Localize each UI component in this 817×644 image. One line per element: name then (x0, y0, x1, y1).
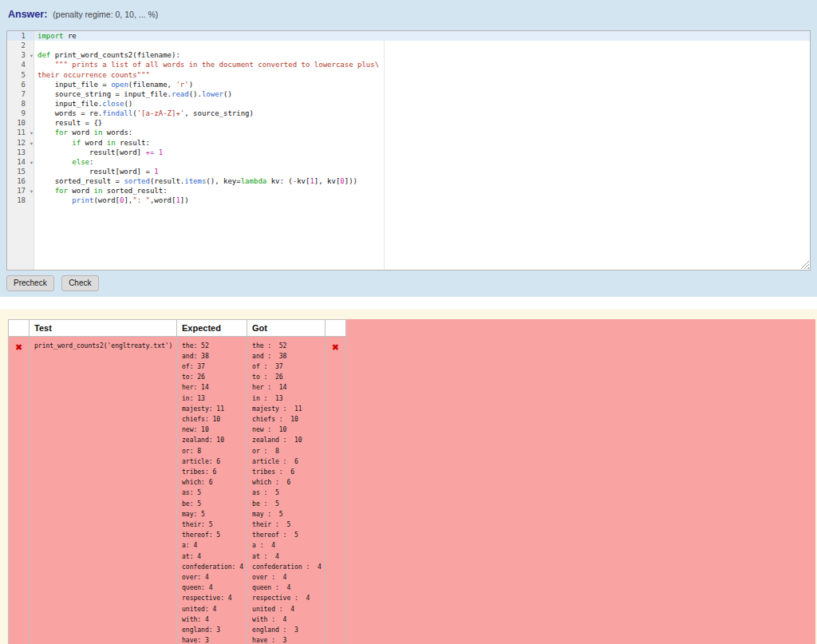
got-output-cell: the : 52 and : 38 of : 37 to : 26 her : … (247, 336, 326, 644)
code-line[interactable]: input_file = open(filename, 'r') (34, 80, 810, 89)
column-header-expected: Expected (177, 319, 247, 336)
gutter-line-number[interactable]: 8 (7, 99, 34, 109)
test-outcome-panel: Test Expected Got ✖ print_word_counts2('… (0, 309, 817, 644)
code-line[interactable]: """ prints a list of all words in the do… (34, 60, 810, 69)
fail-mark-icon: ✖ (325, 336, 345, 644)
test-result-row: ✖ print_word_counts2('engltreaty.txt') t… (9, 336, 346, 644)
section-divider (0, 297, 817, 309)
code-line[interactable]: result = {} (34, 118, 810, 128)
gutter-line-number[interactable]: 2 (7, 41, 34, 50)
column-header-blank-left (9, 319, 30, 336)
column-header-got: Got (247, 319, 326, 336)
gutter-line-number[interactable]: 1 (7, 31, 34, 41)
answer-header: Answer:(penalty regime: 0, 10, ... %) (8, 8, 809, 20)
answer-label: Answer: (8, 9, 47, 20)
test-results-table: Test Expected Got ✖ print_word_counts2('… (8, 319, 346, 644)
code-line[interactable]: sorted_result = sorted(result.items(), k… (34, 176, 810, 186)
code-line[interactable]: if word in result: (34, 138, 810, 148)
code-line[interactable]: words = re.findall('[a-zA-Z]+', source_s… (34, 109, 810, 118)
gutter-line-number[interactable]: 14▾ (7, 157, 34, 167)
code-line[interactable]: result[word] += 1 (34, 148, 810, 157)
test-results-fail-area: Test Expected Got ✖ print_word_counts2('… (8, 319, 815, 644)
gutter-line-number[interactable]: 16 (7, 176, 34, 186)
code-line[interactable]: import re (34, 31, 810, 41)
gutter-line-number[interactable]: 18 (7, 196, 34, 205)
code-line[interactable] (34, 41, 810, 50)
code-line[interactable]: for word in sorted_result: (34, 186, 810, 196)
code-line[interactable]: for word in words: (34, 128, 810, 137)
gutter-line-number[interactable]: 5 (7, 70, 34, 80)
gutter-line-number[interactable]: 6 (7, 80, 34, 89)
code-line[interactable]: print(word[0],": ",word[1]) (34, 196, 810, 205)
code-line[interactable]: result[word] = 1 (34, 167, 810, 176)
gutter-line-number[interactable]: 11▾ (7, 128, 34, 137)
gutter-line-number[interactable]: 7 (7, 89, 34, 99)
column-header-blank-right (325, 319, 345, 336)
gutter-line-number[interactable]: 10 (7, 118, 34, 128)
expected-output-cell: the: 52 and: 38 of: 37 to: 26 her: 14 in… (177, 336, 247, 644)
editor-content[interactable]: import re def print_word_counts2(filenam… (34, 31, 810, 270)
code-line[interactable]: def print_word_counts2(filename): (34, 50, 810, 60)
test-code-cell: print_word_counts2('engltreaty.txt') (30, 336, 177, 644)
code-line[interactable]: input_file.close() (34, 99, 810, 109)
code-line[interactable]: source_string = input_file.read().lower(… (34, 89, 810, 99)
gutter-line-number[interactable]: 17▾ (7, 186, 34, 196)
gutter-line-number[interactable]: 15 (7, 167, 34, 176)
gutter-line-number[interactable]: 3▾ (7, 50, 34, 60)
column-header-test: Test (30, 319, 177, 336)
gutter-line-number[interactable]: 9 (7, 109, 34, 118)
question-formulation: Answer:(penalty regime: 0, 10, ... %) 12… (0, 0, 817, 297)
code-editor[interactable]: 123▾4567891011▾12▾1314▾151617▾18 import … (6, 30, 811, 271)
code-line[interactable]: their occurrence counts""" (34, 70, 810, 80)
submit-controls: Precheck Check (6, 275, 811, 291)
editor-gutter: 123▾4567891011▾12▾1314▾151617▾18 (7, 31, 34, 270)
gutter-line-number[interactable]: 4 (7, 60, 34, 69)
results-header-row: Test Expected Got (9, 319, 346, 336)
gutter-line-number[interactable]: 12▾ (7, 138, 34, 148)
precheck-button[interactable]: Precheck (6, 275, 54, 291)
fail-mark-icon: ✖ (9, 336, 30, 644)
gutter-line-number[interactable]: 13 (7, 148, 34, 157)
check-button[interactable]: Check (61, 275, 98, 291)
penalty-note: (penalty regime: 0, 10, ... %) (53, 10, 158, 19)
code-line[interactable]: else: (34, 157, 810, 167)
